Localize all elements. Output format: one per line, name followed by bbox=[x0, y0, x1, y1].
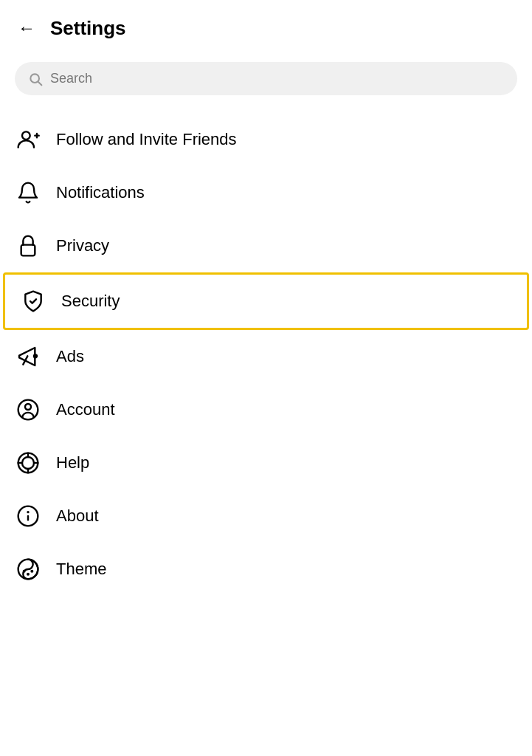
settings-header: ← Settings bbox=[0, 0, 532, 53]
menu-item-ads[interactable]: Ads bbox=[0, 330, 532, 383]
menu-item-help[interactable]: Help bbox=[0, 436, 532, 489]
svg-point-8 bbox=[25, 404, 31, 410]
svg-point-21 bbox=[27, 573, 30, 576]
svg-rect-5 bbox=[21, 245, 35, 256]
menu-item-about[interactable]: About bbox=[0, 489, 532, 543]
svg-line-1 bbox=[38, 82, 41, 85]
help-icon bbox=[15, 450, 41, 476]
theme-icon bbox=[15, 556, 41, 583]
account-icon bbox=[15, 396, 41, 423]
bell-icon bbox=[15, 179, 41, 206]
menu-item-privacy[interactable]: Privacy bbox=[0, 219, 532, 272]
back-button[interactable]: ← bbox=[15, 15, 38, 41]
menu-item-notifications-label: Notifications bbox=[56, 183, 145, 202]
svg-point-2 bbox=[22, 131, 30, 140]
menu-item-account-label: Account bbox=[56, 400, 115, 419]
page-title: Settings bbox=[50, 17, 126, 40]
menu-item-account[interactable]: Account bbox=[0, 383, 532, 436]
search-container bbox=[0, 53, 532, 113]
settings-menu: Follow and Invite Friends Notifications … bbox=[0, 113, 532, 596]
menu-item-about-label: About bbox=[56, 506, 99, 526]
menu-item-follow[interactable]: Follow and Invite Friends bbox=[0, 113, 532, 166]
menu-item-security-label: Security bbox=[61, 292, 120, 311]
svg-point-20 bbox=[30, 570, 33, 573]
menu-item-theme[interactable]: Theme bbox=[0, 543, 532, 596]
menu-item-privacy-label: Privacy bbox=[56, 236, 109, 255]
menu-item-follow-label: Follow and Invite Friends bbox=[56, 130, 237, 149]
shield-icon bbox=[20, 288, 46, 315]
megaphone-icon bbox=[15, 343, 41, 370]
menu-item-ads-label: Ads bbox=[56, 347, 84, 366]
search-icon bbox=[28, 72, 43, 86]
lock-icon bbox=[15, 233, 41, 259]
menu-item-theme-label: Theme bbox=[56, 560, 106, 579]
menu-item-help-label: Help bbox=[56, 453, 89, 472]
search-input[interactable] bbox=[50, 71, 504, 86]
svg-point-0 bbox=[30, 74, 39, 83]
add-person-icon bbox=[15, 126, 41, 153]
svg-point-19 bbox=[23, 570, 26, 573]
menu-item-notifications[interactable]: Notifications bbox=[0, 166, 532, 219]
back-arrow-icon: ← bbox=[18, 18, 35, 38]
search-bar[interactable] bbox=[15, 62, 517, 95]
menu-item-security[interactable]: Security bbox=[3, 272, 529, 330]
info-icon bbox=[15, 503, 41, 529]
svg-point-6 bbox=[34, 354, 37, 357]
svg-point-10 bbox=[22, 457, 34, 469]
